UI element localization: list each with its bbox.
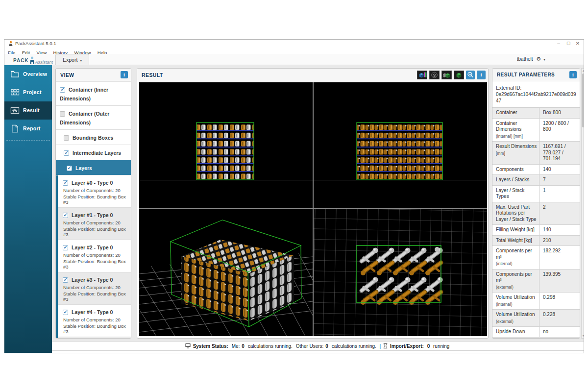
container-transparent-view-icon[interactable] — [441, 71, 452, 79]
layer-item-2[interactable]: Layer #2 - Type 0 Number of Components: … — [58, 240, 131, 272]
layer-stable-position: Stable Position: Bounding Box #3 — [63, 291, 129, 302]
sidebar-item-overview[interactable]: Overview — [4, 65, 52, 83]
system-status-label: System Status: — [193, 343, 228, 349]
import-export-text: running — [433, 343, 449, 349]
wireframe-view-icon[interactable] — [429, 71, 440, 79]
view-option-layers[interactable]: Layers — [56, 160, 131, 175]
result-parameters-table: Container Box 800 Container Dimensions(i… — [492, 108, 580, 338]
view-option-label: Intermediate Layers — [73, 150, 121, 156]
layer-item-5[interactable]: Layer #5 - Type 0 Number of Components: … — [58, 337, 131, 339]
container-solid-view-icon[interactable] — [454, 71, 464, 79]
layer-item-4[interactable]: Layer #4 - Type 0 Number of Components: … — [58, 305, 131, 337]
sidebar-item-project[interactable]: Project — [4, 83, 52, 101]
menu-bar: File Edit View History Window Help — [4, 48, 584, 54]
checkbox[interactable] — [64, 150, 69, 156]
viewport-side-view — [314, 82, 487, 208]
parameter-value: Box 800 — [539, 108, 580, 118]
parameter-value: 1200 / 800 / 800 — [539, 119, 580, 142]
parameter-label: Volume Utilization — [496, 312, 535, 317]
view-option-bounding-boxes[interactable]: Bounding Boxes — [56, 130, 131, 145]
minimize-icon[interactable]: – — [555, 40, 562, 47]
scroll-up-icon[interactable]: ▲ — [582, 69, 584, 73]
viewport-3d[interactable] — [139, 82, 487, 336]
title-bar: PackAssistant 5.0.1 – ▢ ✕ — [4, 40, 584, 48]
viewport-perspective-view — [139, 209, 313, 336]
parameter-label: Result Dimensions — [496, 144, 537, 149]
view-option-intermediate-layers[interactable]: Intermediate Layers — [56, 145, 131, 160]
maximize-icon[interactable]: ▢ — [565, 40, 572, 47]
chevron-down-icon: ▾ — [80, 58, 82, 63]
close-icon[interactable]: ✕ — [574, 40, 581, 47]
viewport-front-view — [139, 82, 313, 208]
info-icon[interactable]: i — [477, 71, 486, 79]
layer-title: Layer #0 - Type 0 — [72, 180, 113, 186]
checkbox[interactable] — [64, 135, 69, 141]
parameter-label: Container Dimensions — [496, 121, 521, 132]
params-scrollbar[interactable]: ▲ ▼ — [581, 68, 584, 339]
checkbox[interactable] — [63, 310, 68, 315]
layer-item-1[interactable]: Layer #1 - Type 0 Number of Components: … — [58, 208, 131, 240]
view-option-label: Layers — [75, 165, 92, 171]
parameter-value: 139.395 — [539, 270, 580, 293]
parameter-sublabel: (internal) [mm] — [496, 133, 537, 140]
checkbox[interactable] — [63, 245, 68, 250]
info-icon[interactable]: i — [569, 71, 577, 78]
layer-list: Layer #0 - Type 0 Number of Components: … — [56, 175, 131, 339]
layer-components: Number of Components: 20 — [63, 252, 129, 258]
export-button[interactable]: Export▾ — [55, 54, 89, 65]
viewport-toolbar: i — [417, 71, 486, 79]
viewport-top-view — [314, 209, 487, 336]
me-text: calculations running. — [248, 343, 293, 349]
sidebar-item-report[interactable]: Report — [4, 120, 52, 138]
view-option-container-inner-dimensions-[interactable]: Container (Inner Dimensions) — [56, 82, 131, 106]
viewport-divider-horizontal — [139, 208, 487, 209]
checkbox[interactable] — [60, 87, 65, 93]
checkbox[interactable] — [60, 111, 65, 117]
me-label: Me: — [232, 343, 240, 349]
parameter-value: 1 — [539, 186, 580, 202]
parameter-row: Components 140 — [492, 165, 580, 175]
checkbox[interactable] — [63, 213, 68, 218]
parameter-label: Layer / Stack Types — [496, 188, 524, 199]
import-export-count: 0 — [427, 343, 430, 349]
layer-title: Layer #1 - Type 0 — [72, 212, 113, 218]
checkbox[interactable] — [63, 277, 68, 283]
info-icon[interactable]: i — [121, 71, 128, 78]
zoom-reset-button[interactable] — [466, 71, 475, 79]
hourglass-icon — [383, 343, 388, 348]
parameter-row: Components per m³(external) 139.395 — [492, 270, 580, 293]
folder-icon — [10, 69, 20, 79]
window-title: PackAssistant 5.0.1 — [15, 41, 56, 46]
view-option-label: Bounding Boxes — [73, 135, 113, 141]
checkbox[interactable] — [67, 166, 72, 171]
parameter-sublabel: (external) — [496, 318, 537, 325]
scroll-down-icon[interactable]: ▼ — [582, 334, 584, 338]
person-icon — [29, 56, 35, 64]
parameter-row: Upside Down no — [492, 327, 580, 338]
viewport-divider-vertical — [313, 82, 314, 336]
parameter-label: Components — [496, 167, 524, 172]
view-panel: VIEW i Container (Inner Dimensions) Cont… — [55, 68, 131, 339]
content-area: Overview Project Result Report VIEW i — [4, 65, 584, 353]
sidebar-item-result[interactable]: Result — [4, 101, 52, 120]
parameter-row: Layer / Stack Types 1 — [492, 186, 580, 202]
layer-components: Number of Components: 20 — [63, 317, 129, 322]
view-panel-header: VIEW i — [56, 69, 131, 81]
parameter-value: 210 — [539, 236, 580, 246]
parameter-value: 182.292 — [539, 246, 580, 269]
toolbar: PACKAssistant Export▾ tbathelt ⚙ ▾ — [4, 54, 584, 65]
parameter-row: Filling Weight [kg] 140 — [492, 225, 580, 236]
parameter-value: 140 — [539, 225, 580, 235]
parameter-value: 0.298 — [539, 293, 580, 309]
checkbox[interactable] — [63, 180, 68, 186]
layer-item-3[interactable]: Layer #3 - Type 0 Number of Components: … — [58, 272, 131, 305]
scrollbar-thumb[interactable] — [582, 74, 584, 127]
color-legend-view-icon[interactable] — [417, 71, 427, 79]
parameter-label: Volume Utilization — [496, 294, 535, 300]
view-option-container-outer-dimensions-[interactable]: Container (Outer Dimensions) — [56, 106, 131, 130]
layer-item-0[interactable]: Layer #0 - Type 0 Number of Components: … — [58, 175, 131, 208]
parameter-label: Layers / Stacks — [496, 177, 529, 182]
user-menu[interactable]: tbathelt ⚙ ▾ — [517, 56, 545, 62]
app-logo: PACKAssistant — [13, 55, 53, 64]
parameter-row: Layers / Stacks 7 — [492, 175, 580, 186]
